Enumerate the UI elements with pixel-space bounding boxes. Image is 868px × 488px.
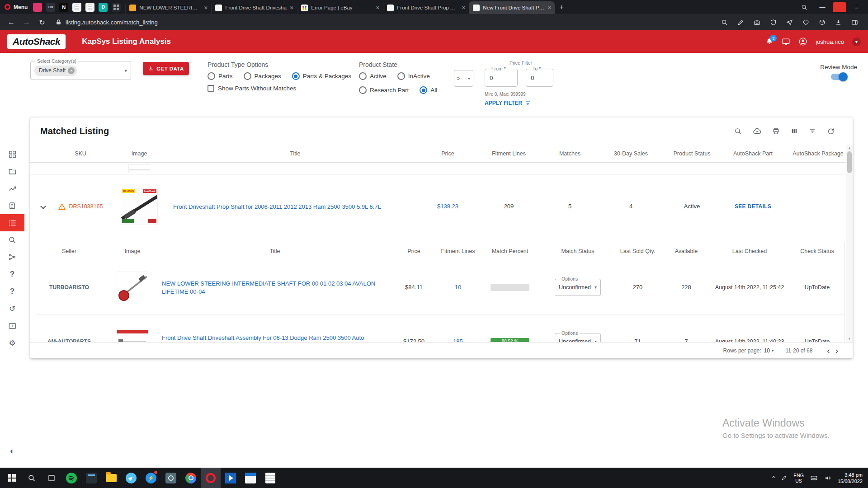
browser-menu-button[interactable]: Menu xyxy=(0,0,33,14)
tab-2-close-icon[interactable] xyxy=(290,5,293,11)
opera-taskbar-icon[interactable] xyxy=(201,468,221,488)
url-field[interactable]: listing.autoshack.com/match_listing xyxy=(55,19,717,26)
match-status-select[interactable]: Options Unconfirmed xyxy=(555,333,601,343)
user-menu-chevron[interactable] xyxy=(852,38,861,46)
tab-search-icon[interactable] xyxy=(797,2,812,13)
filter-icon[interactable] xyxy=(809,127,816,135)
pinned-tab-7[interactable] xyxy=(112,3,121,12)
language-indicator[interactable]: ENG US xyxy=(793,473,804,483)
price-operator-select[interactable]: > xyxy=(454,70,473,87)
seller-row[interactable]: AM-AUTOPARTS Front Drive Shaft Driveshaf… xyxy=(35,314,844,342)
file-explorer-icon[interactable] xyxy=(101,468,121,488)
pinned-tab-4[interactable] xyxy=(72,3,81,12)
pinned-tab-1[interactable] xyxy=(33,3,42,12)
messenger-icon[interactable]: ⚡ xyxy=(141,468,161,488)
search-icon[interactable] xyxy=(719,16,730,28)
touch-keyboard-icon[interactable] xyxy=(810,474,818,482)
new-tab-button[interactable] xyxy=(555,3,568,12)
tab-4-close-icon[interactable] xyxy=(462,5,465,11)
tab-1-close-icon[interactable] xyxy=(204,5,208,11)
pen-icon[interactable] xyxy=(781,475,787,481)
export-download-icon[interactable] xyxy=(753,127,761,136)
chrome-icon[interactable] xyxy=(181,468,201,488)
radio-research-part[interactable]: Research Part xyxy=(359,86,409,94)
print-icon[interactable] xyxy=(772,127,780,135)
browser-settings-icon[interactable] xyxy=(849,2,864,13)
scroll-down-arrow[interactable] xyxy=(846,336,853,342)
radio-packages[interactable]: Packages xyxy=(244,72,281,80)
tab-5-active[interactable]: New Front Drive Shaft Prop xyxy=(469,1,555,14)
table-scroll-area[interactable]: DRS1038165 MILLIONS AutoShack Front xyxy=(30,163,853,342)
get-data-button[interactable]: GET DATA xyxy=(143,62,189,75)
table-row[interactable]: DRS1038165 MILLIONS AutoShack Front xyxy=(30,174,853,238)
tab-1[interactable]: NEW LOWER STEERING INT xyxy=(125,1,211,14)
show-parts-without-matches-checkbox[interactable]: Show Parts Without Matches xyxy=(208,85,362,92)
tab-3[interactable]: Error Page | eBay xyxy=(297,1,383,14)
sidebar-search-icon[interactable] xyxy=(0,231,24,249)
price-from-field[interactable]: From * xyxy=(485,69,518,87)
sidebar-history-icon[interactable] xyxy=(0,300,24,317)
send-icon[interactable] xyxy=(784,16,795,28)
account-button[interactable] xyxy=(798,37,807,46)
shield-icon[interactable] xyxy=(768,16,778,28)
radio-active[interactable]: Active xyxy=(359,72,387,80)
hidden-icons-chevron[interactable] xyxy=(772,474,775,481)
app-icon-generic-1[interactable] xyxy=(81,468,101,488)
review-mode-toggle[interactable] xyxy=(831,74,846,80)
notifications-button[interactable]: 3 xyxy=(765,38,774,46)
price-to-field[interactable]: To * xyxy=(526,69,553,87)
product-title-link[interactable]: Front Driveshaft Prop Shaft for 2006-201… xyxy=(173,203,381,210)
back-button[interactable] xyxy=(5,16,18,28)
partial-row[interactable] xyxy=(30,163,853,174)
notepad-icon[interactable] xyxy=(260,468,280,488)
tab-3-close-icon[interactable] xyxy=(376,5,379,11)
app-icon-generic-2[interactable] xyxy=(161,468,181,488)
scroll-up-arrow[interactable] xyxy=(846,145,853,151)
category-chip[interactable]: Drive Shaft xyxy=(34,66,77,76)
seller-title-link[interactable]: NEW LOWER STEERING INTERMEDIATE SHAFT FO… xyxy=(162,280,375,295)
pinned-tab-5[interactable] xyxy=(85,3,94,12)
sidebar-settings-icon[interactable] xyxy=(0,334,24,352)
heart-icon[interactable] xyxy=(800,16,811,28)
tab-2[interactable]: Front Drive Shaft Drivesha xyxy=(211,1,297,14)
price-to-input[interactable] xyxy=(526,69,553,86)
sidebar-listing-icon[interactable] xyxy=(0,214,24,231)
radio-inactive[interactable]: InActive xyxy=(397,72,430,80)
sidebar-trending-icon[interactable] xyxy=(0,180,24,197)
match-status-select[interactable]: Options Unconfirmed xyxy=(555,279,601,296)
next-page-button[interactable] xyxy=(833,346,841,356)
radio-parts-and-packages[interactable]: Parts & Packages xyxy=(292,72,351,80)
expand-chevron-icon[interactable] xyxy=(40,203,46,209)
apply-filter-button[interactable]: APPLY FILTER xyxy=(485,100,531,106)
close-button[interactable] xyxy=(833,2,846,12)
radio-parts[interactable]: Parts xyxy=(208,72,233,80)
tab-4[interactable]: Front Drive Shaft Prop Ass xyxy=(383,1,469,14)
tab-5-close-icon[interactable] xyxy=(547,5,551,11)
task-view-icon[interactable] xyxy=(42,468,61,488)
autoshack-logo[interactable]: AutoShack xyxy=(7,34,66,49)
table-scrollbar[interactable] xyxy=(846,145,853,342)
price-from-input[interactable] xyxy=(485,69,517,86)
edit-icon[interactable] xyxy=(735,16,746,28)
sidebar-clipboard-icon[interactable] xyxy=(0,197,24,214)
columns-icon[interactable] xyxy=(791,127,798,135)
store-app-icon[interactable] xyxy=(241,468,260,488)
start-button[interactable] xyxy=(2,468,22,488)
cube-icon[interactable] xyxy=(816,16,827,28)
rows-per-page-select[interactable]: 10 xyxy=(764,347,774,354)
dark-mode-toggle-icon[interactable] xyxy=(10,446,15,456)
speaker-icon[interactable] xyxy=(824,474,831,482)
sidebar-folder-icon[interactable] xyxy=(0,163,24,180)
sidebar-dashboard-icon[interactable] xyxy=(0,145,24,163)
category-select[interactable]: Select Category(s) Drive Shaft xyxy=(30,61,131,80)
refresh-icon[interactable] xyxy=(827,127,835,135)
sidebar-share-icon[interactable] xyxy=(0,249,24,266)
taskbar-search-icon[interactable] xyxy=(22,468,42,488)
sidebar-video-icon[interactable] xyxy=(0,317,24,334)
camera-icon[interactable] xyxy=(751,16,762,28)
previous-page-button[interactable] xyxy=(824,346,832,356)
screen-share-button[interactable] xyxy=(782,38,790,46)
spotify-icon[interactable] xyxy=(61,468,81,488)
table-search-icon[interactable] xyxy=(734,127,742,135)
pinned-tab-2[interactable]: CX xyxy=(46,3,55,12)
